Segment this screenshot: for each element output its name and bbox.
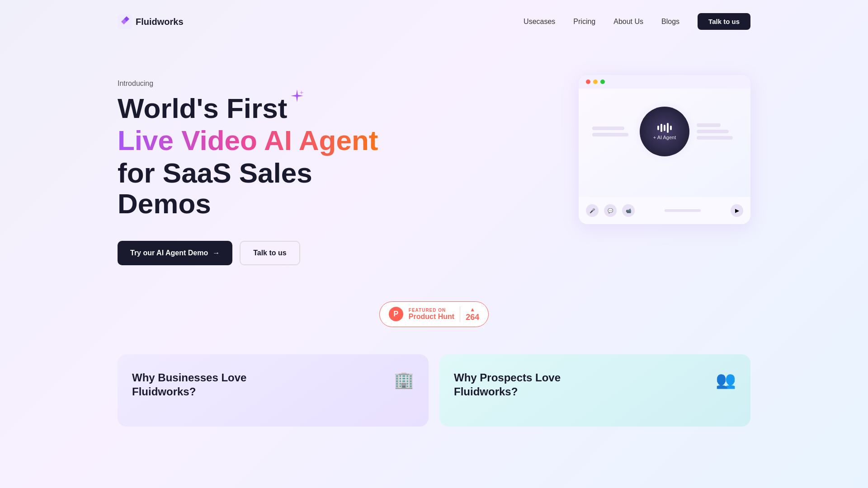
ai-label: + AI Agent (653, 135, 676, 140)
nav-usecases[interactable]: Usecases (524, 18, 555, 25)
businesses-card-title: Why Businesses Love Fluidworks? (132, 371, 414, 399)
logo-link[interactable]: Fluidworks (118, 14, 184, 29)
card-lines-right (697, 123, 737, 140)
ph-upvote-arrow: ▲ (470, 306, 475, 313)
bar (660, 124, 662, 132)
card-line (697, 136, 733, 140)
sound-bars (657, 123, 672, 133)
prospects-icon: 👥 (716, 371, 736, 389)
talk-button[interactable]: Talk to us (240, 241, 300, 265)
bar (657, 126, 659, 130)
hero-section: Introducing World's First Live Video AI … (0, 43, 868, 265)
hero-headline: World's First Live Video AI Agent for Sa… (118, 93, 380, 219)
card-line (697, 123, 721, 127)
hero-demo-card: + AI Agent 🎤 💬 📹 ▶ (579, 75, 750, 224)
headline-part2: Live Video AI Agent (118, 124, 380, 157)
card-line (697, 130, 729, 133)
ai-orb: + AI Agent (640, 107, 689, 156)
bar (667, 123, 669, 133)
nav-about[interactable]: About Us (613, 18, 643, 25)
footer-progress (665, 209, 701, 212)
product-hunt-text: FEATURED ON Product Hunt (409, 308, 454, 321)
card-line (592, 133, 628, 136)
demo-button-label: Try our AI Agent Demo (130, 249, 208, 257)
ph-name: Product Hunt (409, 313, 454, 321)
card-line (592, 127, 624, 130)
sparkle-icon (289, 89, 305, 105)
arrow-icon: → (212, 249, 220, 257)
ph-count: 264 (466, 313, 479, 322)
nav-blogs[interactable]: Blogs (661, 18, 679, 25)
card-topbar (579, 75, 750, 89)
prospects-card-title: Why Prospects Love Fluidworks? (454, 371, 736, 399)
navbar: Fluidworks Usecases Pricing About Us Blo… (0, 0, 868, 43)
dot-red (586, 80, 590, 84)
logo-text: Fluidworks (136, 17, 184, 27)
card-footer: 🎤 💬 📹 ▶ (579, 197, 750, 224)
demo-button[interactable]: Try our AI Agent Demo → (118, 241, 232, 265)
hero-left: Introducing World's First Live Video AI … (118, 70, 380, 265)
nav-cta-button[interactable]: Talk to us (698, 13, 750, 30)
bottom-section: 🏢 Why Businesses Love Fluidworks? 👥 Why … (0, 327, 868, 427)
nav-links: Usecases Pricing About Us Blogs Talk to … (524, 18, 750, 26)
dot-yellow (593, 80, 598, 84)
footer-icon-chat: 💬 (604, 204, 617, 217)
bar (670, 126, 672, 130)
product-hunt-badge[interactable]: P FEATURED ON Product Hunt ▲ 264 (379, 301, 489, 327)
product-hunt-section: P FEATURED ON Product Hunt ▲ 264 (0, 301, 868, 327)
ph-featured-label: FEATURED ON (409, 308, 454, 313)
talk-button-label: Talk to us (253, 249, 287, 257)
card-lines-left (592, 127, 632, 136)
dot-green (600, 80, 605, 84)
bottom-card-prospects: 👥 Why Prospects Love Fluidworks? (439, 354, 750, 427)
bar (664, 125, 665, 131)
hero-buttons: Try our AI Agent Demo → Talk to us (118, 241, 380, 265)
product-hunt-logo: P (389, 307, 403, 321)
footer-icons: 🎤 💬 📹 (586, 204, 635, 217)
ph-count-area: ▲ 264 (460, 306, 479, 322)
businesses-icon: 🏢 (394, 371, 414, 389)
headline-part3: for SaaS Sales Demos (118, 157, 312, 219)
footer-icon-mic: 🎤 (586, 204, 599, 217)
nav-pricing[interactable]: Pricing (573, 18, 595, 25)
footer-arrow-icon: ▶ (731, 204, 743, 217)
footer-icon-video: 📹 (622, 204, 635, 217)
introducing-label: Introducing (118, 80, 380, 88)
headline-part1: World's First (118, 93, 287, 124)
bottom-card-businesses: 🏢 Why Businesses Love Fluidworks? (118, 354, 429, 427)
card-body: + AI Agent (579, 89, 750, 197)
